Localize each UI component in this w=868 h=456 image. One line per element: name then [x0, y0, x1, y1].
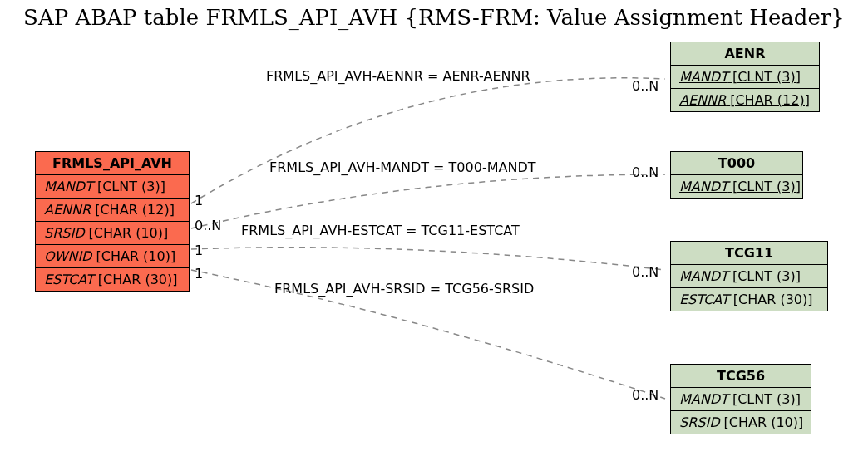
rel-label-4: FRMLS_API_AVH-SRSID = TCG56-SRSID — [274, 281, 534, 297]
card-left-3: 1 — [195, 243, 203, 258]
card-left-1: 1 — [195, 193, 203, 208]
field-row: ESTCAT [CHAR (30)] — [36, 268, 189, 291]
entity-aenr: AENR MANDT [CLNT (3)] AENNR [CHAR (12)] — [670, 42, 820, 112]
rel-label-3: FRMLS_API_AVH-ESTCAT = TCG11-ESTCAT — [241, 223, 520, 238]
field-row: AENNR [CHAR (12)] — [36, 199, 189, 222]
field-row: MANDT [CLNT (3)] — [36, 175, 189, 199]
entity-header: T000 — [671, 152, 802, 175]
entity-header: AENR — [671, 42, 819, 66]
card-left-4: 1 — [195, 266, 203, 282]
field-row: MANDT [CLNT (3)] — [671, 388, 811, 411]
field-row: ESTCAT [CHAR (30)] — [671, 288, 827, 311]
field-row: MANDT [CLNT (3)] — [671, 175, 802, 198]
diagram-title: SAP ABAP table FRMLS_API_AVH {RMS-FRM: V… — [0, 5, 868, 30]
field-row: MANDT [CLNT (3)] — [671, 265, 827, 288]
entity-tcg56: TCG56 MANDT [CLNT (3)] SRSID [CHAR (10)] — [670, 364, 811, 434]
entity-frmls-api-avh: FRMLS_API_AVH MANDT [CLNT (3)] AENNR [CH… — [35, 151, 190, 292]
card-right-3: 0..N — [632, 264, 658, 280]
rel-label-2: FRMLS_API_AVH-MANDT = T000-MANDT — [269, 159, 535, 175]
card-left-2: 0..N — [195, 218, 221, 233]
field-row: MANDT [CLNT (3)] — [671, 66, 819, 89]
entity-t000: T000 MANDT [CLNT (3)] — [670, 151, 803, 199]
entity-header: FRMLS_API_AVH — [36, 152, 189, 175]
entity-header: TCG56 — [671, 365, 811, 388]
card-right-1: 0..N — [632, 78, 658, 94]
rel-label-1: FRMLS_API_AVH-AENNR = AENR-AENNR — [266, 68, 530, 84]
field-row: SRSID [CHAR (10)] — [36, 222, 189, 245]
card-right-4: 0..N — [632, 387, 658, 403]
entity-header: TCG11 — [671, 242, 827, 265]
field-row: AENNR [CHAR (12)] — [671, 89, 819, 111]
field-row: SRSID [CHAR (10)] — [671, 411, 811, 434]
entity-tcg11: TCG11 MANDT [CLNT (3)] ESTCAT [CHAR (30)… — [670, 241, 828, 311]
field-row: OWNID [CHAR (10)] — [36, 245, 189, 268]
card-right-2: 0..N — [632, 164, 658, 180]
